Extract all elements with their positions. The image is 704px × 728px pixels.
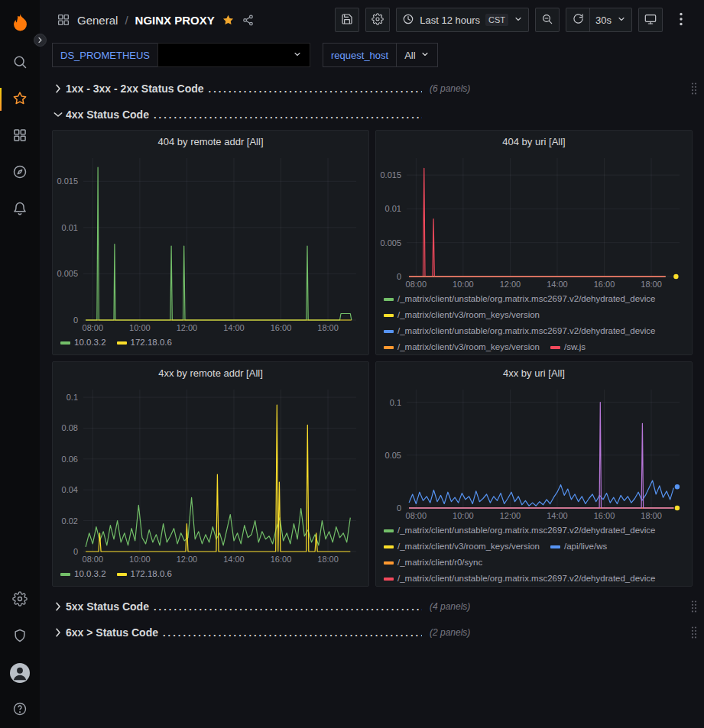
legend-item[interactable]: /api/live/ws xyxy=(550,539,607,554)
save-icon xyxy=(341,13,353,28)
row-leader-dots: ........................................… xyxy=(154,109,422,121)
panel-chart[interactable]: 08:0010:0012:0014:0016:0018:0000.0050.01… xyxy=(53,152,368,334)
search-icon xyxy=(12,54,28,72)
legend-series-label: 10.0.3.2 xyxy=(74,567,106,581)
drag-handle-icon[interactable] xyxy=(690,82,698,95)
panel-title-text: 404 by remote addr [All] xyxy=(157,136,263,147)
sidebar-item-server-admin[interactable] xyxy=(0,621,40,652)
legend-item[interactable]: /_matrix/client/unstable/org.matrix.msc2… xyxy=(384,292,656,306)
save-dashboard-button[interactable] xyxy=(335,8,359,32)
dashboard-row-6xx[interactable]: 6xx > Status Code ......................… xyxy=(52,622,698,643)
panel-chart[interactable]: 08:0010:0012:0014:0016:0018:0000.050.1 xyxy=(376,383,692,522)
legend-item[interactable]: /sw.js xyxy=(550,340,586,354)
legend-swatch-icon xyxy=(550,545,560,548)
drag-handle-icon[interactable] xyxy=(690,600,698,613)
legend-item[interactable]: /_matrix/client/unstable/org.matrix.msc2… xyxy=(384,324,656,338)
legend-item[interactable]: /_matrix/client/unstable/org.matrix.msc2… xyxy=(384,523,656,538)
time-range-label: Last 12 hours xyxy=(420,15,480,26)
legend-item[interactable]: 172.18.0.6 xyxy=(117,335,172,350)
panel-header[interactable]: 4xx by remote addr [All] xyxy=(53,362,368,383)
chevron-down-icon xyxy=(420,50,430,61)
clock-icon xyxy=(402,13,414,28)
sidebar-item-search[interactable] xyxy=(0,47,40,78)
sidebar-item-help[interactable] xyxy=(0,694,40,725)
time-range-picker[interactable]: Last 12 hours CST xyxy=(396,8,529,32)
legend-swatch-icon xyxy=(60,341,70,345)
drag-handle-icon[interactable] xyxy=(690,626,698,639)
legend-item[interactable]: /_matrix/client/v3/room_keys/version xyxy=(384,308,540,322)
dashboard-row-4xx[interactable]: 4xx Status Code ........................… xyxy=(52,104,698,125)
svg-text:12:00: 12:00 xyxy=(500,511,521,520)
variable-value-dropdown[interactable]: All xyxy=(396,43,437,67)
dashboard-row-1xx-3xx-2xx[interactable]: 1xx - 3xx - 2xx Status Code ............… xyxy=(52,78,698,99)
shield-icon xyxy=(12,628,28,645)
timezone-label: CST xyxy=(485,14,508,26)
sidebar-expand-button[interactable] xyxy=(34,34,47,47)
legend-item[interactable]: 10.0.3.2 xyxy=(60,567,106,581)
row-title[interactable]: 4xx Status Code xyxy=(66,108,149,121)
panel-legend: 10.0.3.2172.18.0.6 xyxy=(53,334,368,354)
svg-text:0.015: 0.015 xyxy=(380,170,401,180)
dashboard-settings-button[interactable] xyxy=(365,8,390,32)
svg-text:18:00: 18:00 xyxy=(317,555,339,564)
legend-item[interactable]: /_matrix/client/v3/room_keys/version xyxy=(384,340,540,354)
row-title[interactable]: 1xx - 3xx - 2xx Status Code xyxy=(66,83,204,95)
panel-header[interactable]: 404 by remote addr [All] xyxy=(53,131,368,152)
variable-label[interactable]: request_host xyxy=(323,43,397,67)
svg-text:0: 0 xyxy=(73,315,78,325)
svg-text:0: 0 xyxy=(397,272,401,281)
legend-item[interactable]: /_matrix/client/unstable/org.matrix.msc2… xyxy=(384,571,656,586)
panel-title-text: 4xx by remote addr [All] xyxy=(158,367,263,379)
row-title[interactable]: 5xx Status Code xyxy=(66,600,149,613)
panel-header[interactable]: 4xx by uri [All] xyxy=(376,362,692,383)
svg-text:10:00: 10:00 xyxy=(453,280,474,289)
variable-label[interactable]: DS_PROMETHEUS xyxy=(52,43,158,67)
svg-text:0.05: 0.05 xyxy=(385,451,401,460)
panel-legend: /_matrix/client/unstable/org.matrix.msc2… xyxy=(376,290,692,354)
panel-chart[interactable]: 08:0010:0012:0014:0016:0018:0000.020.040… xyxy=(53,383,368,565)
legend-item[interactable]: /_matrix/client/r0/sync xyxy=(384,555,482,570)
sidebar-item-profile[interactable] xyxy=(0,658,40,688)
legend-item[interactable]: 10.0.3.2 xyxy=(60,335,106,350)
legend-series-label: /_matrix/client/unstable/org.matrix.msc2… xyxy=(397,523,656,538)
svg-text:12:00: 12:00 xyxy=(177,555,198,564)
sidebar-item-dashboards[interactable] xyxy=(0,121,40,151)
dashboard-row-5xx[interactable]: 5xx Status Code ........................… xyxy=(52,596,698,617)
refresh-interval-picker[interactable]: 30s xyxy=(589,8,632,32)
grafana-logo[interactable] xyxy=(0,6,40,40)
favorite-star-icon[interactable] xyxy=(222,14,235,27)
legend-series-label: /sw.js xyxy=(564,340,586,354)
refresh-button[interactable] xyxy=(566,8,590,32)
legend-item[interactable]: 172.18.0.6 xyxy=(117,567,172,581)
chevron-right-icon xyxy=(52,600,64,613)
svg-text:0.06: 0.06 xyxy=(62,455,78,464)
zoom-out-time-button[interactable] xyxy=(535,8,560,32)
tv-mode-button[interactable] xyxy=(638,8,663,32)
row-title[interactable]: 6xx > Status Code xyxy=(66,626,158,639)
apps-icon[interactable] xyxy=(57,13,70,27)
legend-item[interactable]: /_matrix/client/v3/room_keys/version xyxy=(384,539,540,554)
breadcrumb-folder[interactable]: General xyxy=(77,14,118,27)
svg-text:18:00: 18:00 xyxy=(641,280,662,289)
more-options-button[interactable] xyxy=(669,8,693,32)
sidebar-item-alerting[interactable] xyxy=(0,194,40,225)
zoom-out-icon xyxy=(541,13,553,28)
chevron-down-icon xyxy=(514,15,523,26)
variables-bar: DS_PROMETHEUS request_host All xyxy=(40,40,704,70)
legend-swatch-icon xyxy=(550,346,560,349)
dashboard-canvas: 1xx - 3xx - 2xx Status Code ............… xyxy=(40,70,704,728)
kebab-menu-icon xyxy=(680,12,683,28)
share-icon[interactable] xyxy=(242,14,255,27)
svg-text:10:00: 10:00 xyxy=(129,555,151,564)
sidebar-item-starred[interactable] xyxy=(0,84,40,115)
panel-chart[interactable]: 08:0010:0012:0014:0016:0018:0000.0050.01… xyxy=(376,152,692,290)
sidebar-item-settings[interactable] xyxy=(0,584,40,615)
dashboard-title[interactable]: NGINX PROXY xyxy=(135,14,215,27)
legend-swatch-icon xyxy=(117,573,127,576)
legend-swatch-icon xyxy=(384,561,394,565)
legend-swatch-icon xyxy=(384,298,394,301)
variable-value-dropdown[interactable] xyxy=(157,43,310,67)
svg-text:0.1: 0.1 xyxy=(67,393,78,402)
panel-header[interactable]: 404 by uri [All] xyxy=(376,131,692,152)
sidebar-item-explore[interactable] xyxy=(0,157,40,188)
